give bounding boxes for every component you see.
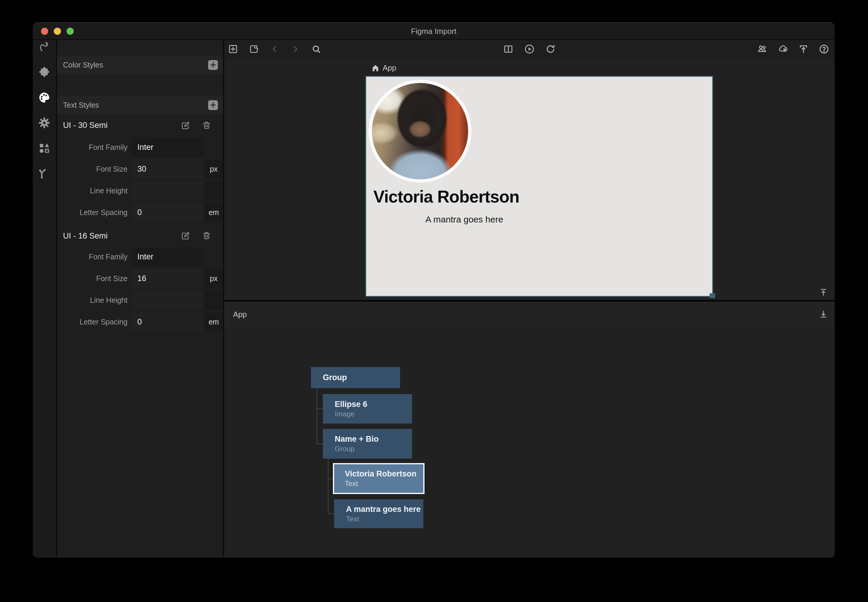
back-icon[interactable] xyxy=(269,44,280,54)
avatar-photo xyxy=(372,83,468,179)
selection-resize-handle[interactable] xyxy=(710,293,715,298)
tree-node-name-bio[interactable]: Name + Bio Group xyxy=(323,429,412,459)
line-height-input[interactable] xyxy=(132,181,203,200)
font-family-label: Font Family xyxy=(57,252,132,261)
add-text-style-button[interactable] xyxy=(208,100,218,110)
letter-spacing-unit[interactable]: em xyxy=(205,312,223,332)
text-styles-header: Text Styles xyxy=(57,96,223,114)
forward-icon[interactable] xyxy=(290,44,301,54)
font-size-row: Font Size px xyxy=(57,268,223,289)
search-icon[interactable] xyxy=(311,44,321,54)
line-height-row: Line Height xyxy=(57,289,223,311)
letter-spacing-row: Letter Spacing em xyxy=(57,202,223,223)
node-subtitle: Text xyxy=(345,479,423,488)
help-icon[interactable] xyxy=(819,44,829,54)
delete-style-icon[interactable] xyxy=(202,231,212,241)
home-icon xyxy=(371,64,380,72)
letter-spacing-input[interactable] xyxy=(132,312,203,332)
font-size-label: Font Size xyxy=(57,165,132,174)
node-subtitle: Text xyxy=(346,515,423,523)
vector-tool-icon[interactable] xyxy=(38,41,50,53)
tree-connector xyxy=(328,479,333,479)
design-canvas[interactable]: App Victoria Robertson A mantra goes her… xyxy=(224,58,835,300)
tree-connector xyxy=(328,513,334,514)
node-subtitle: Image xyxy=(335,410,412,418)
font-size-unit[interactable]: px xyxy=(205,269,223,288)
delete-style-icon[interactable] xyxy=(202,121,212,130)
style-name: UI - 16 Semi xyxy=(63,231,108,241)
font-family-row: Font Family xyxy=(57,137,223,158)
refresh-icon[interactable] xyxy=(545,44,556,54)
components-icon[interactable] xyxy=(38,142,50,154)
tree-node-mantra[interactable]: A mantra goes here Text xyxy=(334,499,423,528)
text-styles-title: Text Styles xyxy=(63,101,208,109)
node-title: Group xyxy=(323,373,400,382)
collapse-down-icon[interactable] xyxy=(818,309,829,319)
plugins-icon[interactable] xyxy=(38,66,50,78)
artboard-name: App xyxy=(383,63,396,72)
line-height-input[interactable] xyxy=(132,290,203,310)
tree-node-ellipse[interactable]: Ellipse 6 Image xyxy=(323,394,412,424)
font-family-input[interactable] xyxy=(132,247,204,267)
add-color-style-button[interactable] xyxy=(208,60,218,70)
line-height-label: Line Height xyxy=(57,296,132,304)
font-size-input[interactable] xyxy=(132,160,203,179)
palette-icon[interactable] xyxy=(38,92,50,103)
collaborators-icon[interactable] xyxy=(757,44,768,54)
tree-connector xyxy=(317,388,317,444)
letter-spacing-label: Letter Spacing xyxy=(57,318,132,326)
font-family-row: Font Family xyxy=(57,246,223,268)
add-frame-icon[interactable] xyxy=(228,44,239,54)
avatar[interactable] xyxy=(369,80,472,183)
split-view-icon[interactable] xyxy=(503,44,514,54)
node-title: Victoria Robertson xyxy=(345,469,423,479)
left-icon-bar xyxy=(33,40,57,557)
settings-icon[interactable] xyxy=(38,117,50,129)
letter-spacing-unit[interactable]: em xyxy=(205,203,223,222)
font-size-unit[interactable]: px xyxy=(205,160,223,179)
letter-spacing-label: Letter Spacing xyxy=(57,208,132,217)
artboard-label[interactable]: App xyxy=(371,63,396,72)
canvas-toolbar xyxy=(224,40,835,58)
upload-icon[interactable] xyxy=(798,44,809,54)
tree-header xyxy=(224,302,835,327)
line-height-unit[interactable] xyxy=(205,290,223,310)
app-window: Figma Import xyxy=(33,22,835,558)
letter-spacing-input[interactable] xyxy=(132,203,203,222)
line-height-label: Line Height xyxy=(57,186,132,195)
layer-tree-panel: App Group Ellipse 6 xyxy=(224,302,835,557)
edit-style-icon[interactable] xyxy=(181,231,190,241)
branch-icon[interactable] xyxy=(38,167,50,179)
card-name-text[interactable]: Victoria Robertson xyxy=(374,187,558,206)
tree-connector xyxy=(328,459,329,514)
font-size-label: Font Size xyxy=(57,274,132,283)
collapse-up-icon[interactable] xyxy=(818,287,829,298)
tree-node-group[interactable]: Group xyxy=(311,367,400,388)
font-family-input[interactable] xyxy=(132,138,204,157)
line-height-row: Line Height xyxy=(57,180,223,202)
style-group-header: UI - 16 Semi xyxy=(57,226,223,246)
tree-connector xyxy=(317,408,323,409)
style-name: UI - 30 Semi xyxy=(63,121,108,130)
tree-connector xyxy=(317,444,323,444)
font-family-label: Font Family xyxy=(57,143,132,152)
font-size-row: Font Size px xyxy=(57,158,223,180)
play-icon[interactable] xyxy=(524,44,535,54)
titlebar: Figma Import xyxy=(33,23,835,40)
edit-style-icon[interactable] xyxy=(181,121,190,130)
node-subtitle: Group xyxy=(335,445,412,453)
styles-panel: Color Styles Text Styles UI - 30 Semi xyxy=(57,40,224,557)
color-styles-header: Color Styles xyxy=(57,55,223,74)
tree-root-label: App xyxy=(233,310,247,319)
node-title: Ellipse 6 xyxy=(335,400,412,409)
import-inspect-icon[interactable] xyxy=(248,44,259,54)
window-title: Figma Import xyxy=(33,27,835,36)
cloud-sync-icon[interactable] xyxy=(778,44,788,54)
font-size-input[interactable] xyxy=(132,269,203,288)
artboard[interactable]: Victoria Robertson A mantra goes here xyxy=(366,77,712,296)
card-mantra-text[interactable]: A mantra goes here xyxy=(374,215,555,224)
color-styles-title: Color Styles xyxy=(63,61,208,69)
node-title: Name + Bio xyxy=(335,435,412,444)
line-height-unit[interactable] xyxy=(205,181,223,200)
tree-node-victoria-selected[interactable]: Victoria Robertson Text xyxy=(333,463,424,494)
